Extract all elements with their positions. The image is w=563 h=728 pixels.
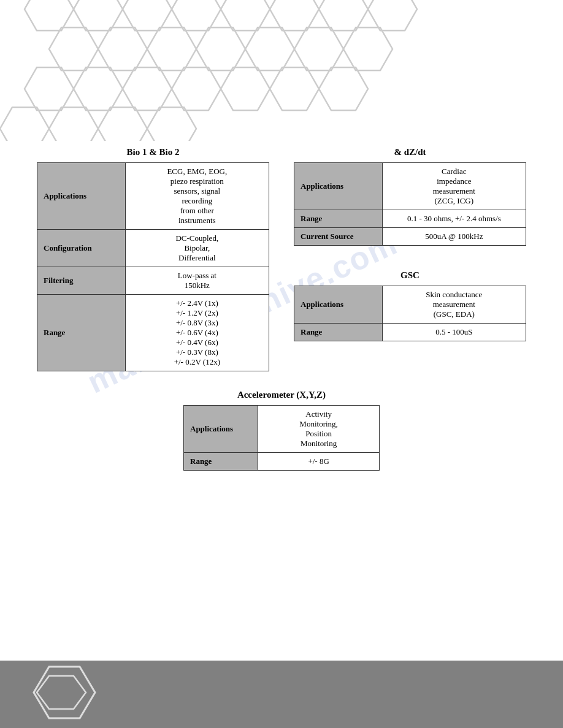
dzdt-row-applications-label: Applications — [294, 163, 383, 210]
gsc-row-range-value: 0.5 - 100uS — [382, 324, 526, 341]
gsc-table-title: GSC — [294, 270, 526, 281]
dzdt-row-current-value: 500uA @ 100kHz — [382, 228, 526, 246]
accel-row-range-value: +/- 8G — [258, 453, 380, 471]
main-content: Bio 1 & Bio 2 Applications ECG, EMG, EOG… — [0, 0, 563, 569]
top-tables-row: Bio 1 & Bio 2 Applications ECG, EMG, EOG… — [37, 147, 526, 371]
table-row: Applications Cardiacimpedancemeasurement… — [294, 163, 526, 210]
table-row: Current Source 500uA @ 100kHz — [294, 228, 526, 246]
dzdt-table-title: & dZ/dt — [294, 147, 526, 157]
table-row: Applications Skin conductancemeasurement… — [294, 286, 526, 324]
accel-row-applications-value: ActivityMonitoring,PositionMonitoring — [258, 406, 380, 453]
bio-row-configuration-value: DC-Coupled,Bipolar,Differential — [125, 230, 269, 267]
gsc-row-range-label: Range — [294, 324, 383, 341]
bio-row-filtering-label: Filtering — [37, 267, 126, 295]
accel-row-applications-label: Applications — [184, 406, 258, 453]
table-row: Applications ActivityMonitoring,Position… — [184, 406, 380, 453]
table-row: Range +/- 2.4V (1x)+/- 1.2V (2x)+/- 0.8V… — [37, 295, 269, 371]
bottom-bar — [0, 661, 563, 728]
table-row: Configuration DC-Coupled,Bipolar,Differe… — [37, 230, 269, 267]
bottom-hex-decoration — [0, 661, 123, 728]
dzdt-row-range-label: Range — [294, 210, 383, 228]
bio-row-range-label: Range — [37, 295, 126, 371]
table-row: Filtering Low-pass at150kHz — [37, 267, 269, 295]
bio-row-configuration-label: Configuration — [37, 230, 126, 267]
table-row: Range 0.5 - 100uS — [294, 324, 526, 341]
bio-table-section: Bio 1 & Bio 2 Applications ECG, EMG, EOG… — [37, 147, 269, 371]
table-row: Range 0.1 - 30 ohms, +/- 2.4 ohms/s — [294, 210, 526, 228]
dzdt-table-section: & dZ/dt Applications Cardiacimpedancemea… — [294, 147, 526, 371]
accel-row-range-label: Range — [184, 453, 258, 471]
accelerometer-section: Accelerometer (X,Y,Z) Applications Activ… — [37, 390, 526, 471]
table-row: Applications ECG, EMG, EOG,piezo respira… — [37, 163, 269, 230]
bio-row-range-value: +/- 2.4V (1x)+/- 1.2V (2x)+/- 0.8V (3x)+… — [125, 295, 269, 371]
bio-table: Applications ECG, EMG, EOG,piezo respira… — [37, 162, 269, 371]
svg-marker-27 — [37, 676, 86, 709]
dzdt-row-range-value: 0.1 - 30 ohms, +/- 2.4 ohms/s — [382, 210, 526, 228]
gsc-row-applications-label: Applications — [294, 286, 383, 324]
accelerometer-table-wrap: Accelerometer (X,Y,Z) Applications Activ… — [183, 390, 380, 471]
bio-row-filtering-value: Low-pass at150kHz — [125, 267, 269, 295]
bio-row-applications-label: Applications — [37, 163, 126, 230]
gsc-table: Applications Skin conductancemeasurement… — [294, 286, 526, 341]
bio-table-title: Bio 1 & Bio 2 — [37, 147, 269, 157]
dzdt-table: Applications Cardiacimpedancemeasurement… — [294, 162, 526, 246]
dzdt-row-current-label: Current Source — [294, 228, 383, 246]
accelerometer-table: Applications ActivityMonitoring,Position… — [183, 405, 380, 471]
gsc-row-applications-value: Skin conductancemeasurement(GSC, EDA) — [382, 286, 526, 324]
bio-row-applications-value: ECG, EMG, EOG,piezo respirationsensors, … — [125, 163, 269, 230]
dzdt-row-applications-value: Cardiacimpedancemeasurement(ZCG, ICG) — [382, 163, 526, 210]
accelerometer-table-title: Accelerometer (X,Y,Z) — [183, 390, 380, 400]
table-row: Range +/- 8G — [184, 453, 380, 471]
